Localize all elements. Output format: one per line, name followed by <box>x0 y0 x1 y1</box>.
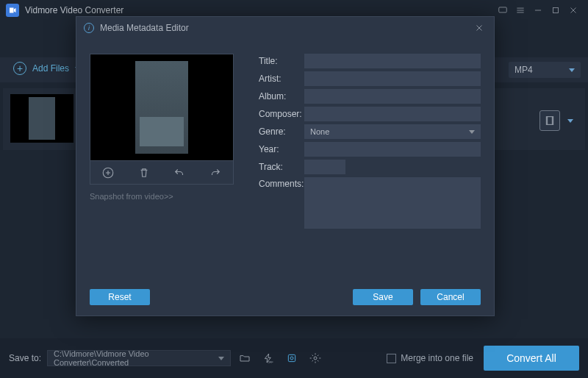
merge-label: Merge into one file <box>401 353 473 363</box>
snapshot-link[interactable]: Snapshot from video>> <box>90 192 237 201</box>
chevron-down-icon <box>567 119 573 123</box>
save-path-select[interactable]: C:\Vidmore\Vidmore Video Converter\Conve… <box>47 350 231 366</box>
format-badge <box>539 110 560 131</box>
add-cover-button[interactable] <box>100 165 116 181</box>
close-icon[interactable] <box>564 1 582 19</box>
svg-text:OFF: OFF <box>268 360 274 364</box>
artist-field-label: Artist: <box>259 74 304 84</box>
save-to-label: Save to: <box>9 353 41 363</box>
title-field-label: Title: <box>259 56 304 66</box>
modal-title-text: Media Metadata Editor <box>100 23 189 33</box>
genre-value: None <box>310 127 329 136</box>
file-item-thumbnail[interactable] <box>10 94 74 143</box>
genre-select[interactable]: None <box>304 124 481 139</box>
convert-all-label: Convert All <box>506 352 556 364</box>
bottom-bar: Save to: C:\Vidmore\Vidmore Video Conver… <box>0 338 588 378</box>
svg-rect-4 <box>288 354 295 361</box>
open-folder-button[interactable] <box>235 350 254 366</box>
cover-preview <box>90 54 234 161</box>
undo-button[interactable] <box>171 165 187 181</box>
year-input[interactable] <box>304 142 481 157</box>
album-field-label: Album: <box>259 91 304 101</box>
save-path-value: C:\Vidmore\Vidmore Video Converter\Conve… <box>54 349 212 367</box>
menu-icon[interactable] <box>512 1 529 19</box>
cover-toolbar <box>90 161 234 185</box>
comments-field-label: Comments: <box>259 177 304 189</box>
chevron-down-icon <box>569 68 575 72</box>
modal-footer: Reset Save Cancel <box>76 279 494 315</box>
app-logo <box>6 4 19 17</box>
hardware-accel-button[interactable]: OFF <box>259 350 278 366</box>
plus-circle-icon <box>13 62 26 75</box>
feedback-icon[interactable] <box>494 1 512 19</box>
delete-cover-button[interactable] <box>136 165 152 181</box>
title-input[interactable] <box>304 54 481 68</box>
year-field-label: Year: <box>259 144 304 154</box>
merge-checkbox[interactable]: Merge into one file <box>387 353 473 363</box>
svg-rect-1 <box>553 8 559 13</box>
chevron-down-icon <box>469 130 475 134</box>
reset-button[interactable]: Reset <box>90 289 150 305</box>
convert-all-button[interactable]: Convert All <box>484 346 579 371</box>
save-button[interactable]: Save <box>353 289 413 305</box>
file-item-format[interactable] <box>539 110 573 131</box>
settings-button[interactable] <box>306 350 325 366</box>
chevron-down-icon <box>218 357 224 360</box>
high-speed-button[interactable] <box>282 350 301 366</box>
composer-input[interactable] <box>304 107 481 121</box>
modal-close-button[interactable] <box>472 21 487 35</box>
artist-input[interactable] <box>304 71 481 86</box>
video-frame-thumbnail <box>135 61 188 154</box>
genre-field-label: Genre: <box>259 126 304 137</box>
minimize-icon[interactable] <box>529 1 547 19</box>
modal-titlebar: i Media Metadata Editor <box>76 17 494 39</box>
svg-point-5 <box>290 357 293 360</box>
checkbox-icon <box>387 354 396 363</box>
output-format-value: MP4 <box>514 65 533 75</box>
redo-button[interactable] <box>207 165 223 181</box>
metadata-form: Title: Artist: Album: Composer: Genre: N… <box>259 54 481 271</box>
composer-field-label: Composer: <box>259 109 304 119</box>
maximize-icon[interactable] <box>547 1 564 19</box>
add-files-label: Add Files <box>32 63 69 74</box>
svg-point-6 <box>314 357 317 360</box>
album-input[interactable] <box>304 89 481 104</box>
metadata-editor-modal: i Media Metadata Editor <box>76 16 495 316</box>
cancel-button[interactable]: Cancel <box>420 289 481 305</box>
add-files-button[interactable]: Add Files <box>13 62 81 75</box>
info-icon: i <box>84 23 94 33</box>
comments-input[interactable] <box>304 177 481 229</box>
app-title: Vidmore Video Converter <box>25 5 123 15</box>
track-field-label: Track: <box>259 162 304 172</box>
output-format-select[interactable]: MP4 <box>509 62 581 78</box>
track-input[interactable] <box>304 160 345 174</box>
